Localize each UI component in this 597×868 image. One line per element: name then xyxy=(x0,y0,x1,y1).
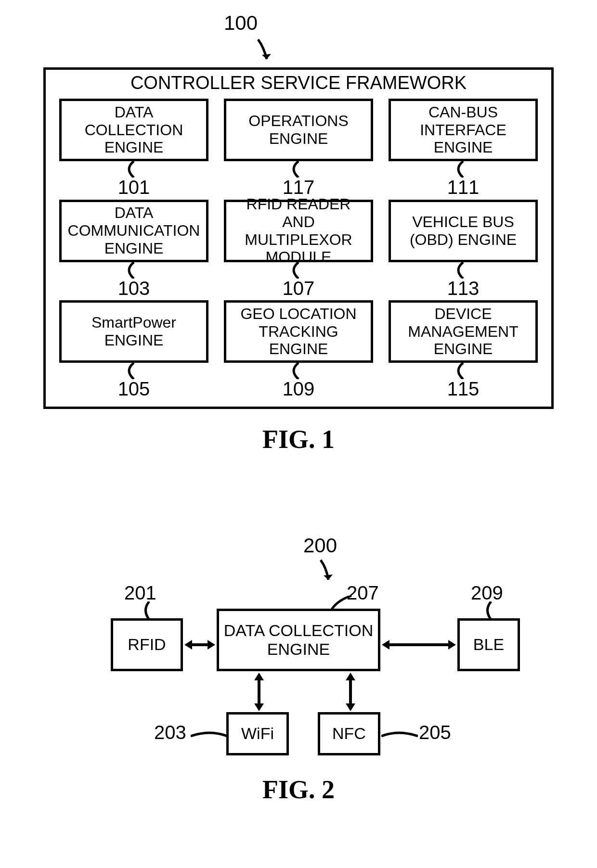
leader-line xyxy=(381,729,418,744)
leader-line xyxy=(284,363,313,379)
module-ref: 105 xyxy=(59,378,208,400)
leader-line xyxy=(449,363,478,379)
module-box: RFID READER AND MULTIPLEXOR MODULE xyxy=(224,200,373,262)
module-box: OPERATIONS ENGINE xyxy=(224,99,373,161)
framework-cell: OPERATIONS ENGINE 117 xyxy=(224,99,373,198)
framework-cell: DEVICE MANAGEMENT ENGINE 115 xyxy=(389,300,538,400)
double-arrow-icon xyxy=(184,635,215,654)
svg-marker-9 xyxy=(254,673,264,680)
leader-line xyxy=(191,729,227,744)
framework-rows: DATA COLLECTION ENGINE 101 OPERATIONS EN… xyxy=(46,99,551,402)
svg-marker-10 xyxy=(254,703,264,711)
framework-cell: CAN-BUS INTERFACE ENGINE 111 xyxy=(389,99,538,198)
wifi-ref: 203 xyxy=(154,722,186,743)
framework-row: SmartPower ENGINE 105 GEO LOCATION TRACK… xyxy=(59,300,538,400)
fig1-main-ref: 100 xyxy=(224,12,258,35)
ble-box: BLE xyxy=(457,618,520,671)
module-box: DATA COLLECTION ENGINE xyxy=(59,99,208,161)
framework-cell: RFID READER AND MULTIPLEXOR MODULE 107 xyxy=(224,200,373,299)
svg-marker-13 xyxy=(346,703,355,711)
module-ref: 103 xyxy=(59,278,208,299)
fig2-caption: FIG. 2 xyxy=(0,775,597,804)
fig1-caption: FIG. 1 xyxy=(0,424,597,454)
ble-ref: 209 xyxy=(471,582,503,604)
framework-cell: GEO LOCATION TRACKING ENGINE 109 xyxy=(224,300,373,400)
module-box: DEVICE MANAGEMENT ENGINE xyxy=(389,300,538,363)
leader-line xyxy=(449,262,478,279)
fig2-container: 200 201 207 209 RFID DATA COLLECTION ENG… xyxy=(0,534,597,823)
leader-line xyxy=(140,601,159,621)
module-ref: 113 xyxy=(389,278,538,299)
framework-row: DATA COMMUNICATION ENGINE 103 RFID READE… xyxy=(59,200,538,299)
framework-row: DATA COLLECTION ENGINE 101 OPERATIONS EN… xyxy=(59,99,538,198)
leader-line xyxy=(481,601,501,621)
framework-title: CONTROLLER SERVICE FRAMEWORK xyxy=(46,73,551,93)
framework-cell: DATA COMMUNICATION ENGINE 103 xyxy=(59,200,208,299)
module-box: CAN-BUS INTERFACE ENGINE xyxy=(389,99,538,161)
fig2-main-ref: 200 xyxy=(303,534,337,557)
module-box: DATA COMMUNICATION ENGINE xyxy=(59,200,208,262)
double-arrow-icon xyxy=(382,635,456,654)
rfid-box: RFID xyxy=(111,618,183,671)
leader-line xyxy=(284,161,313,178)
nfc-box: NFC xyxy=(318,712,380,755)
double-arrow-icon xyxy=(341,673,360,711)
module-ref: 115 xyxy=(389,378,538,400)
module-ref: 101 xyxy=(59,177,208,198)
dce-box: DATA COLLECTION ENGINE xyxy=(217,609,380,671)
leader-line xyxy=(119,262,148,279)
svg-marker-6 xyxy=(382,640,389,650)
framework-container: CONTROLLER SERVICE FRAMEWORK DATA COLLEC… xyxy=(43,67,554,409)
nfc-ref: 205 xyxy=(419,722,451,743)
svg-marker-7 xyxy=(448,640,456,650)
svg-marker-3 xyxy=(184,640,192,650)
svg-marker-12 xyxy=(346,673,355,680)
svg-marker-0 xyxy=(262,54,271,59)
module-ref: 111 xyxy=(389,177,538,198)
svg-marker-1 xyxy=(324,574,333,580)
module-ref: 109 xyxy=(224,378,373,400)
wifi-box: WiFi xyxy=(226,712,289,755)
fig1-pointer-arrow xyxy=(255,38,274,66)
fig2-pointer-arrow xyxy=(318,558,337,587)
leader-line xyxy=(119,363,148,379)
module-box: VEHICLE BUS (OBD) ENGINE xyxy=(389,200,538,262)
diagram-canvas: 100 CONTROLLER SERVICE FRAMEWORK DATA CO… xyxy=(0,0,597,868)
module-box: SmartPower ENGINE xyxy=(59,300,208,363)
rfid-ref: 201 xyxy=(124,582,156,604)
leader-line xyxy=(119,161,148,178)
framework-cell: DATA COLLECTION ENGINE 101 xyxy=(59,99,208,198)
framework-cell: SmartPower ENGINE 105 xyxy=(59,300,208,400)
module-ref: 107 xyxy=(224,278,373,299)
leader-line xyxy=(449,161,478,178)
module-box: GEO LOCATION TRACKING ENGINE xyxy=(224,300,373,363)
double-arrow-icon xyxy=(249,673,269,711)
framework-cell: VEHICLE BUS (OBD) ENGINE 113 xyxy=(389,200,538,299)
svg-marker-4 xyxy=(208,640,215,650)
